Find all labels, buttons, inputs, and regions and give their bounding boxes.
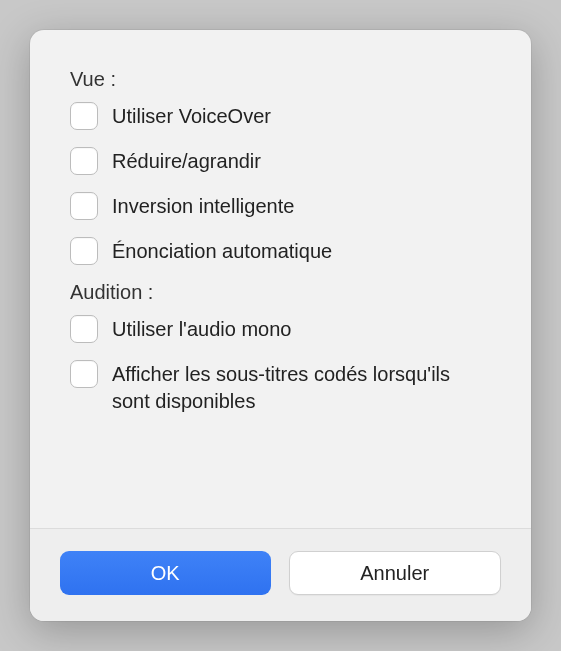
- option-label-mono: Utiliser l'audio mono: [112, 314, 291, 343]
- option-row-voiceover: Utiliser VoiceOver: [70, 101, 491, 130]
- checkbox-inversion[interactable]: [70, 192, 98, 220]
- accessibility-dialog: Vue : Utiliser VoiceOver Réduire/agrandi…: [30, 30, 531, 621]
- checkbox-zoom[interactable]: [70, 147, 98, 175]
- checkbox-voiceover[interactable]: [70, 102, 98, 130]
- option-row-inversion: Inversion intelligente: [70, 191, 491, 220]
- option-label-voiceover: Utiliser VoiceOver: [112, 101, 271, 130]
- option-row-speak: Énonciation automatique: [70, 236, 491, 265]
- cancel-button[interactable]: Annuler: [289, 551, 502, 595]
- checkbox-speak[interactable]: [70, 237, 98, 265]
- option-row-zoom: Réduire/agrandir: [70, 146, 491, 175]
- checkbox-captions[interactable]: [70, 360, 98, 388]
- option-label-speak: Énonciation automatique: [112, 236, 332, 265]
- ok-button[interactable]: OK: [60, 551, 271, 595]
- option-row-captions: Afficher les sous-titres codés lorsqu'il…: [70, 359, 491, 415]
- option-label-captions: Afficher les sous-titres codés lorsqu'il…: [112, 359, 491, 415]
- checkbox-mono[interactable]: [70, 315, 98, 343]
- section-label-audition: Audition :: [70, 281, 491, 304]
- section-label-vue: Vue :: [70, 68, 491, 91]
- option-label-zoom: Réduire/agrandir: [112, 146, 261, 175]
- dialog-content: Vue : Utiliser VoiceOver Réduire/agrandi…: [30, 30, 531, 528]
- option-row-mono: Utiliser l'audio mono: [70, 314, 491, 343]
- option-label-inversion: Inversion intelligente: [112, 191, 294, 220]
- button-bar: OK Annuler: [30, 528, 531, 621]
